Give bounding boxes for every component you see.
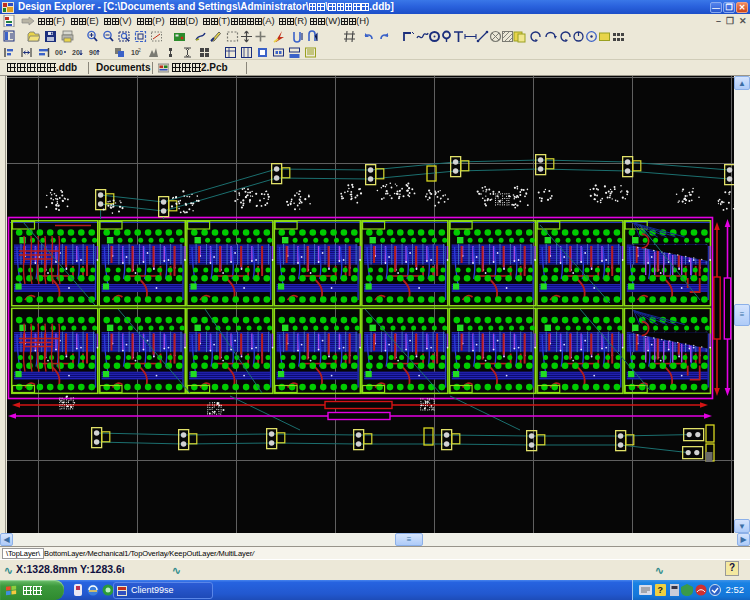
svg-text:?: ? (658, 585, 664, 595)
svg-text:2: 2 (138, 47, 141, 53)
svg-text:90: 90 (89, 49, 97, 56)
svg-text:20: 20 (72, 49, 80, 56)
svg-text:00: 00 (55, 49, 63, 56)
